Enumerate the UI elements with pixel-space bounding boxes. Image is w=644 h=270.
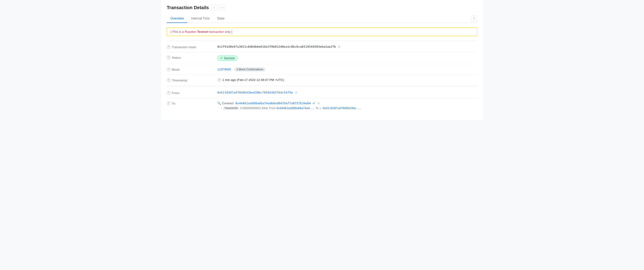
from-label: ? From: [167, 91, 217, 95]
banner-suffix: transaction only ] [208, 30, 232, 33]
detail-row-hash: ? Transaction Hash: 0x1f91d9e97a3651c0db… [167, 42, 477, 52]
from-address-link[interactable]: 0x6118307a4f669b43bed30bc785b93657b4c54f… [217, 91, 293, 94]
transfer-to-addr[interactable]: → 0x6118307a4f669b43be... [320, 107, 361, 110]
nav-next-button[interactable]: › [219, 4, 225, 10]
nav-prev-button[interactable]: ‹ [211, 4, 217, 10]
block-label: ? Block: [167, 67, 217, 71]
tab-state[interactable]: State [213, 14, 228, 23]
from-help-icon[interactable]: ? [167, 91, 170, 95]
block-number-link[interactable]: 11979665 [217, 68, 231, 71]
detail-row-timestamp: ? Timestamp: 🕐 1 min ago (Feb-17-2022 12… [167, 75, 477, 86]
banner-prefix: [ This is a Ropsten [171, 30, 197, 33]
content-area: [ This is a Ropsten Testnet transaction … [167, 23, 477, 113]
detail-row-block: ? Block: 11979665 3 Block Confirmations [167, 64, 477, 75]
timestamp-value: 🕐 1 min ago (Feb-17-2022 12:39:47 PM +UT… [217, 78, 477, 82]
status-label: ? Status: [167, 55, 217, 59]
banner-network: Testnet [197, 30, 208, 33]
transfer-row: └ TRANSFER 0.000000000001 Ether From 0x4… [217, 107, 477, 110]
page-title: Transaction Details [167, 5, 209, 10]
hash-label: ? Transaction Hash: [167, 45, 217, 49]
status-value: ✔ Success [217, 55, 477, 61]
clock-icon: 🕐 [217, 78, 221, 82]
to-help-icon[interactable]: ? [167, 102, 170, 105]
block-value: 11979665 3 Block Confirmations [217, 67, 477, 72]
confirmations-badge: 3 Block Confirmations [234, 67, 266, 72]
hash-value: 0x1f91d9e97a3651c0db4b6e616e3f8b012d0ea1… [217, 45, 477, 49]
contract-label: 🔍 Contract [217, 102, 234, 105]
timestamp-label: ? Timestamp: [167, 78, 217, 82]
to-address-link[interactable]: 0x44461edd88a66a74a4b6ed0479af7a8757b34e… [236, 102, 311, 105]
detail-row-to: ? To: 🔍 Contract 0x44461edd88a66a74a4b6e… [167, 98, 477, 113]
transfer-amount: 0.000000000001 Ether [240, 107, 268, 110]
verified-icon: ✔ [312, 101, 315, 105]
tabs-bar: Overview Internal Txns State ⋮ [167, 14, 477, 23]
from-copy-icon[interactable]: ⧉ [295, 91, 297, 94]
block-help-icon[interactable]: ? [167, 68, 170, 71]
transfer-from-addr[interactable]: 0x44461edd88a66a74a4... [276, 107, 315, 110]
contract-search-icon: 🔍 [217, 102, 221, 105]
hash-copy-icon[interactable]: ⧉ [338, 45, 340, 49]
status-badge: ✔ Success [217, 55, 238, 61]
section-divider-2 [167, 86, 477, 87]
tabs-more-button[interactable]: ⋮ [471, 15, 477, 22]
to-copy-icon[interactable]: ⧉ [318, 102, 320, 105]
tab-overview[interactable]: Overview [167, 14, 188, 23]
detail-row-from: ? From: 0x6118307a4f669b43bed30bc785b936… [167, 88, 477, 98]
transfer-label: TRANSFER [223, 107, 239, 110]
status-help-icon[interactable]: ? [167, 56, 170, 59]
to-contract-row: 🔍 Contract 0x44461edd88a66a74a4b6ed0479a… [217, 101, 477, 105]
detail-row-status: ? Status: ✔ Success [167, 52, 477, 64]
transfer-from-prefix: From [269, 107, 276, 110]
tab-internal-txns[interactable]: Internal Txns [188, 14, 213, 23]
to-label: ? To: [167, 101, 217, 105]
status-check-icon: ✔ [220, 56, 223, 60]
testnet-banner: [ This is a Ropsten Testnet transaction … [167, 27, 477, 36]
page-container: Transaction Details ‹ › Overview Interna… [161, 0, 483, 120]
to-value: 🔍 Contract 0x44461edd88a66a74a4b6ed0479a… [217, 101, 477, 110]
transfer-tree-icon: └ [220, 107, 222, 110]
timestamp-help-icon[interactable]: ? [167, 78, 170, 82]
transfer-to-prefix: To [316, 107, 318, 110]
hash-help-icon[interactable]: ? [167, 45, 170, 49]
page-header: Transaction Details ‹ › [167, 4, 477, 10]
from-value: 0x6118307a4f669b43bed30bc785b93657b4c54f… [217, 91, 477, 94]
